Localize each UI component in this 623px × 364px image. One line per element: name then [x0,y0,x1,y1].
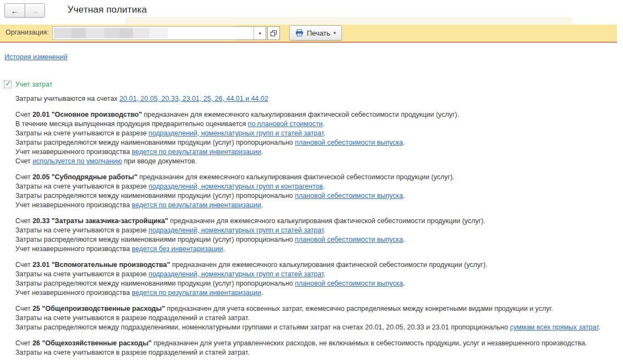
text: Затраты на счете учитываются в разрезе [15,183,149,190]
text: предназначен для учета управленческих ра… [151,339,587,347]
text: Счет [15,339,32,347]
text: Затраты распределяются между наименовани… [15,280,295,287]
text: Затраты учитываются на счетах [15,95,120,103]
policy-line: Затраты на счете учитываются в разрезе п… [15,314,623,323]
cost-accounting-flag: ✓ Учет затрат [4,81,53,88]
inline-setting-link[interactable]: подразделений, номенклатурных групп и ко… [149,183,323,190]
text: . [261,289,263,297]
policy-line: Учет незавершенного производства ведется… [15,288,623,298]
text: Учет незавершенного производства [15,201,132,209]
account-name-bold: 23.01 "Вспомогательные производства" [32,261,170,269]
text: Затраты распределяются между наименовани… [15,192,295,200]
policy-block: Счет 20.33 "Затраты заказчика-застройщик… [15,217,623,254]
text: В течение месяца выпущенная продукция пр… [15,120,248,128]
back-arrow-icon: ← [11,6,19,15]
text: Учет незавершенного производства [15,289,132,297]
text: предназначен для ежемесячного калькулиро… [168,217,485,225]
policy-line: Затраты на счете учитываются в разрезе п… [15,182,623,191]
text: . [324,270,325,278]
text: . [403,139,405,146]
text: при вводе документов. [122,157,197,165]
inline-setting-link[interactable]: плановой себестоимости выпуска [295,192,403,200]
inline-setting-link[interactable]: суммам всех прямых затрат [510,323,598,331]
inline-setting-link[interactable]: ведется по результатам инвентаризации [132,148,261,156]
back-button[interactable]: ← [4,3,25,18]
text: . [324,129,325,137]
text: Счет [15,261,32,269]
organization-dropdown-button[interactable]: ▾ [254,27,266,39]
history-of-changes-link[interactable]: История изменений [4,53,68,61]
text: Затраты на счете учитываются в разрезе [15,129,149,137]
policy-line: Счет 20.01 "Основное производство" предн… [15,110,623,120]
text: Затраты на счете учитываются в разрезе [15,270,149,278]
policy-line: Затраты распределяются между подразделен… [15,323,623,332]
print-button[interactable]: Печать ▾ [289,25,342,41]
organization-label: Организация: [5,29,49,36]
text: предназначен для ежемесячного калькулиро… [137,173,454,181]
text: Счет [15,173,32,181]
policy-line: Затраты на счете учитываются в разрезе п… [15,348,623,357]
text: . [598,323,600,331]
inline-setting-link[interactable]: плановой себестоимости выпуска [295,280,403,287]
text: Учет незавершенного производства [15,148,132,156]
page-title: Учетная политика [68,4,147,15]
policy-line: Затраты распределяются между наименовани… [15,191,623,201]
inline-setting-link[interactable]: плановой себестоимости выпуска [295,139,403,146]
text: . [323,183,324,190]
checkmark-icon: ✓ [5,79,11,88]
inline-setting-link[interactable]: используется по умолчанию [32,157,122,165]
policy-block: Счет 23.01 "Вспомогательные производства… [15,260,623,298]
redaction-artifact [125,17,573,25]
account-name-bold: 20.01 "Основное производство" [32,111,142,118]
inline-setting-link[interactable]: плановой себестоимости выпуска [295,236,403,243]
cost-accounting-checkbox[interactable]: ✓ [4,81,12,88]
chevron-down-icon: ▾ [259,31,261,36]
organization-redacted-value [53,27,254,39]
text: Затраты распределяются между наименовани… [15,236,295,243]
policy-line: Счет 20.05 "Субподрядные работы" предназ… [15,173,623,182]
policy-block: Затраты учитываются на счетах 20.01, 20.… [15,94,623,104]
text: . [261,201,263,209]
policy-line: Учет незавершенного производства ведется… [15,147,623,157]
text: предназначен для ежемесячного калькулиро… [142,111,459,118]
cost-accounting-label[interactable]: Учет затрат [15,81,53,88]
text: Затраты на счете учитываются в разрезе п… [15,349,250,356]
text: . [261,148,263,156]
text: Затраты на счете учитываются в разрезе п… [15,314,250,322]
organization-open-button[interactable] [267,26,280,40]
policy-line: Учет незавершенного производства ведется… [15,244,623,254]
policy-line: Затраты учитываются на счетах 20.01, 20.… [15,94,623,104]
text: . [324,226,325,234]
text: . [323,120,324,128]
policy-line: Счет 20.33 "Затраты заказчика-застройщик… [15,217,623,226]
text: предназначен для учета косвенных затрат,… [165,305,553,312]
text: . [403,192,405,200]
text: Счет [15,157,32,165]
inline-setting-link[interactable]: ведется без инвентаризации [132,245,223,253]
account-name-bold: 25 "Общепроизводственные расходы" [32,305,165,312]
policy-line: Затраты на счете учитываются в разрезе п… [15,129,623,138]
policy-line: Затраты распределяются между наименовани… [15,235,623,244]
inline-setting-link[interactable]: ведется по результатам инвентаризации [132,289,261,297]
text: Затраты распределяются между наименовани… [15,139,295,146]
inline-setting-link[interactable]: подразделений, номенклатурных групп и ст… [149,226,324,234]
forward-arrow-icon: → [31,6,39,15]
inline-setting-link[interactable]: подразделений, номенклатурных групп и ст… [149,129,324,137]
text: Счет [15,305,32,312]
organization-input[interactable]: ▾ [52,26,266,40]
inline-setting-link[interactable]: 20.01, 20.05, 20.33, 23.01, 25, 26, 44.0… [120,95,268,103]
policy-description: Затраты учитываются на счетах 20.01, 20.… [15,94,623,364]
policy-line: Счет используется по умолчанию при вводе… [15,157,623,166]
policy-line: Счет 26 "Общехозяйственные расходы" пред… [15,339,623,348]
accounting-policy-window: { "header": { "title": "Учетная политика… [0,0,623,364]
policy-line: Затраты распределяются между наименовани… [15,138,623,147]
text: . [223,245,225,253]
inline-setting-link[interactable]: ведется по результатам инвентаризации [132,201,261,209]
text: Счет [15,111,32,118]
forward-button[interactable]: → [25,3,45,18]
history-nav-buttons: ← → [4,3,45,18]
text: Учет незавершенного производства [15,245,132,253]
text: Счет [15,217,32,225]
inline-setting-link[interactable]: по плановой стоимости [248,120,323,128]
inline-setting-link[interactable]: подразделений, номенклатурных групп и ст… [149,270,324,278]
